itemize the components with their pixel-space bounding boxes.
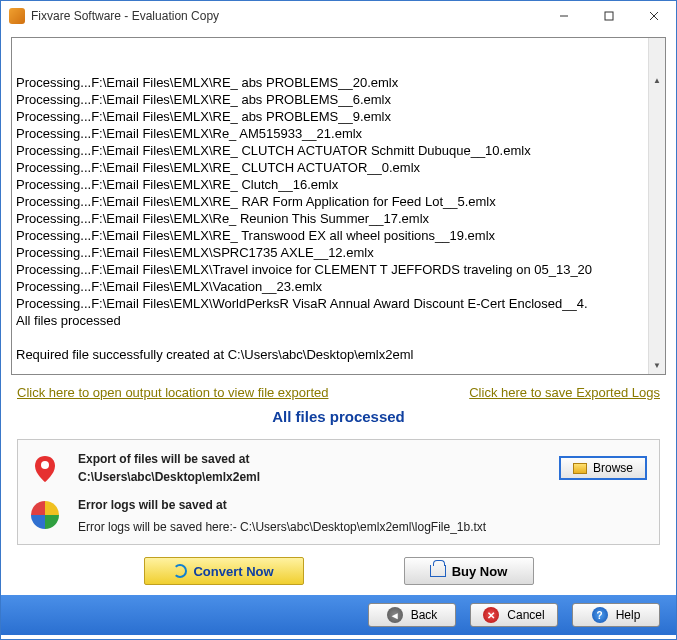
export-label: Export of files will be saved at <box>78 450 559 468</box>
help-label: Help <box>616 608 641 622</box>
window-controls <box>541 1 676 31</box>
back-button[interactable]: ◄ Back <box>368 603 456 627</box>
errorlog-label: Error logs will be saved at <box>78 496 647 514</box>
status-message: All files processed <box>11 404 666 439</box>
pie-chart-icon <box>30 500 60 530</box>
buy-label: Buy Now <box>452 564 508 579</box>
close-button[interactable] <box>631 1 676 31</box>
help-icon: ? <box>592 607 608 623</box>
svg-point-4 <box>41 461 49 469</box>
log-output[interactable]: Processing...F:\Email Files\EMLX\RE_ abs… <box>11 37 666 375</box>
scrollbar[interactable]: ▲ ▼ <box>648 38 665 374</box>
back-arrow-icon: ◄ <box>387 607 403 623</box>
cancel-label: Cancel <box>507 608 544 622</box>
cancel-button[interactable]: ✕ Cancel <box>470 603 558 627</box>
settings-panel: Export of files will be saved at C:\User… <box>17 439 660 545</box>
folder-icon <box>573 463 587 474</box>
location-pin-icon <box>30 454 60 484</box>
cancel-icon: ✕ <box>483 607 499 623</box>
window-title: Fixvare Software - Evaluation Copy <box>31 9 541 23</box>
log-text: Processing...F:\Email Files\EMLX\RE_ abs… <box>16 74 661 363</box>
browse-label: Browse <box>593 461 633 475</box>
save-logs-link[interactable]: Click here to save Exported Logs <box>469 385 660 400</box>
svg-rect-1 <box>605 12 613 20</box>
help-button[interactable]: ? Help <box>572 603 660 627</box>
back-label: Back <box>411 608 438 622</box>
titlebar: Fixvare Software - Evaluation Copy <box>1 1 676 31</box>
open-output-link[interactable]: Click here to open output location to vi… <box>17 385 328 400</box>
minimize-button[interactable] <box>541 1 586 31</box>
convert-now-button[interactable]: Convert Now <box>144 557 304 585</box>
browse-button[interactable]: Browse <box>559 456 647 480</box>
cart-icon <box>430 565 446 577</box>
errorlog-detail: Error logs will be saved here:- C:\Users… <box>78 514 647 536</box>
buy-now-button[interactable]: Buy Now <box>404 557 534 585</box>
export-path: C:\Users\abc\Desktop\emlx2eml <box>78 468 559 486</box>
refresh-icon <box>173 564 187 578</box>
maximize-button[interactable] <box>586 1 631 31</box>
convert-label: Convert Now <box>193 564 273 579</box>
scroll-up-icon[interactable]: ▲ <box>649 72 665 89</box>
app-icon <box>9 8 25 24</box>
bottom-navbar: ◄ Back ✕ Cancel ? Help <box>1 595 676 635</box>
scroll-down-icon[interactable]: ▼ <box>649 357 665 374</box>
